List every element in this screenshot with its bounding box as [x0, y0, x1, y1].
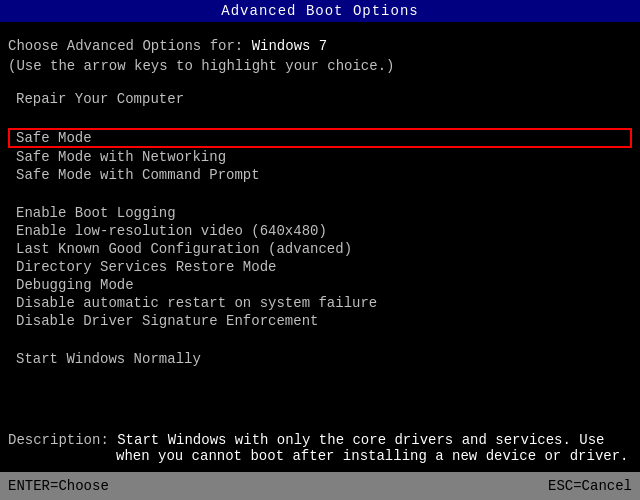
menu-item-safe-mode[interactable]: Safe Mode — [8, 128, 632, 148]
description-line1: Start Windows with only the core drivers… — [117, 432, 604, 448]
menu-item-debugging-mode[interactable]: Debugging Mode — [8, 276, 632, 294]
esc-label: ESC=Cancel — [548, 478, 632, 494]
enter-label: ENTER=Choose — [8, 478, 109, 494]
menu-item-last-known-good[interactable]: Last Known Good Configuration (advanced) — [8, 240, 632, 258]
start-section: Start Windows Normally — [8, 350, 632, 368]
description-section: Description: Start Windows with only the… — [0, 426, 640, 470]
instruction-line: (Use the arrow keys to highlight your ch… — [8, 58, 632, 74]
menu-item-safe-mode-networking[interactable]: Safe Mode with Networking — [8, 148, 632, 166]
menu-item-disable-restart[interactable]: Disable automatic restart on system fail… — [8, 294, 632, 312]
menu-item-safe-mode-cmd[interactable]: Safe Mode with Command Prompt — [8, 166, 632, 184]
choose-label: Choose Advanced Options for: — [8, 38, 252, 54]
title-bar: Advanced Boot Options — [0, 0, 640, 22]
menu-item-repair[interactable]: Repair Your Computer — [8, 90, 632, 108]
os-name: Windows 7 — [252, 38, 328, 54]
description-line2: when you cannot boot after installing a … — [116, 448, 628, 464]
safe-mode-section: Safe Mode Safe Mode with Networking Safe… — [8, 128, 632, 184]
menu-item-start-normally[interactable]: Start Windows Normally — [8, 350, 632, 368]
choose-header: Choose Advanced Options for: Windows 7 — [8, 38, 632, 54]
menu-item-disable-driver-sig[interactable]: Disable Driver Signature Enforcement — [8, 312, 632, 330]
menu-item-directory-services[interactable]: Directory Services Restore Mode — [8, 258, 632, 276]
menu-item-boot-logging[interactable]: Enable Boot Logging — [8, 204, 632, 222]
menu-item-low-res-video[interactable]: Enable low-resolution video (640x480) — [8, 222, 632, 240]
title-text: Advanced Boot Options — [221, 3, 418, 19]
description-label: Description: — [8, 432, 117, 448]
repair-section: Repair Your Computer — [8, 90, 632, 108]
boot-section: Enable Boot Logging Enable low-resolutio… — [8, 204, 632, 330]
footer: ENTER=Choose ESC=Cancel — [0, 472, 640, 500]
main-content: Choose Advanced Options for: Windows 7 (… — [0, 22, 640, 384]
